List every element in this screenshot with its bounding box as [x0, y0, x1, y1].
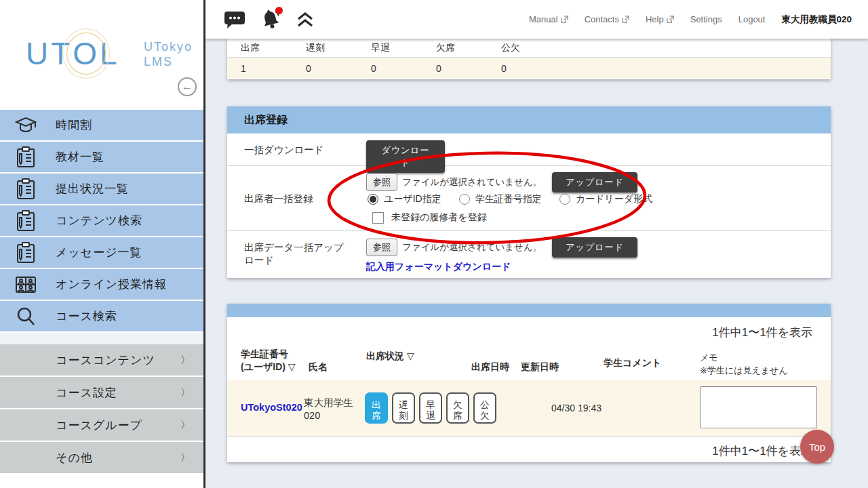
table-top-bar: [227, 304, 831, 317]
nav-manual-link[interactable]: Manual: [529, 14, 568, 24]
summary-value-row: 1 0 0 0 0: [227, 58, 831, 79]
column-header-memo: メモ ※学生には見えません: [700, 351, 788, 377]
section-title: 出席登録: [227, 106, 831, 134]
student-id-link[interactable]: UTokyoSt020: [241, 402, 302, 413]
graduation-cap-icon: [14, 113, 38, 138]
sidebar-item-label: その他: [56, 450, 93, 466]
header-line: メモ: [700, 351, 788, 364]
sidebar-item-others[interactable]: その他 〉: [0, 442, 203, 474]
external-link-icon: [667, 16, 674, 23]
summary-header-excused: 公欠: [488, 42, 553, 54]
column-header-name: 氏名: [309, 361, 328, 373]
sidebar-item-label: コースコンテンツ: [56, 352, 155, 368]
updated-at-value: 04/30 19:43: [529, 403, 624, 413]
chat-icon[interactable]: [224, 10, 245, 31]
column-header-attended-at: 出席日時: [471, 361, 509, 373]
data-bulk-upload-row: 出席データ一括アップロード 参照 ファイルが選択されていません。 アップロード …: [227, 231, 831, 277]
upload-button[interactable]: アップロード: [552, 237, 637, 258]
status-button-absent[interactable]: 欠席: [446, 392, 469, 424]
no-file-selected-text: ファイルが選択されていません。: [402, 176, 542, 188]
column-header-student-comment: 学生コメント: [604, 357, 661, 369]
logo-area: UTOL UTokyo LMS ←: [0, 0, 203, 110]
bulk-download-row: 一括ダウンロード ダウンロード: [227, 134, 831, 166]
summary-header-present: 出席: [227, 42, 292, 54]
bulk-download-label: 一括ダウンロード: [244, 143, 349, 156]
sidebar-item-timetable[interactable]: 時間割: [0, 110, 203, 142]
nav-logout-link[interactable]: Logout: [738, 14, 766, 24]
sidebar-item-course-contents[interactable]: コースコンテンツ 〉: [0, 344, 203, 377]
checkbox-icon: [372, 212, 384, 224]
summary-value-excused: 0: [488, 63, 553, 74]
data-bulk-upload-label: 出席データ一括アップロード: [244, 241, 349, 267]
nav-settings-link[interactable]: Settings: [690, 14, 722, 24]
summary-value-late: 0: [292, 63, 357, 74]
sidebar-item-course-group[interactable]: コースグループ 〉: [0, 409, 203, 442]
upload-button[interactable]: アップロード: [552, 172, 637, 192]
nav-help-link[interactable]: Help: [646, 14, 674, 24]
attendance-detail-table: 1件中1〜1件を表示 学生証番号 (ユーザID) ▽ 氏名 出席状況 ▽ 出席日…: [227, 304, 831, 462]
radio-label: ユーザID指定: [384, 193, 441, 205]
sidebar-item-label: 提出状況一覧: [56, 181, 129, 197]
register-unenrolled-checkbox[interactable]: 未登録の履修者を登録: [372, 211, 487, 224]
radio-card-reader[interactable]: カードリーダ形式: [559, 193, 652, 205]
nav-label: Settings: [690, 14, 722, 24]
status-button-present[interactable]: 出席: [365, 392, 388, 424]
sidebar-collapse-button[interactable]: ←: [178, 77, 197, 96]
column-header-status[interactable]: 出席状況 ▽: [366, 350, 414, 363]
sidebar-item-messages[interactable]: メッセージ一覧: [0, 237, 203, 269]
summary-header-absent: 欠席: [422, 42, 488, 54]
summary-value-early-leave: 0: [357, 63, 422, 74]
attendance-summary-table: 出席 遅刻 早退 欠席 公欠 1 0 0 0 0: [227, 39, 831, 79]
attendee-bulk-register-row: 出席者一括登録 参照 ファイルが選択されていません。 アップロード ユーザID指…: [227, 166, 831, 231]
online-class-icon: [14, 272, 38, 297]
status-button-label: 欠席: [452, 399, 463, 421]
external-link-icon: [622, 16, 629, 23]
sidebar-item-label: 教材一覧: [56, 149, 104, 165]
nav-label: Contacts: [585, 14, 619, 24]
topbar: Manual Contacts Help Settings Logout 東大用…: [205, 0, 868, 39]
clipboard-icon: [14, 177, 38, 201]
memo-textarea[interactable]: [700, 386, 817, 428]
attendance-register-section: 出席登録 一括ダウンロード ダウンロード 出席者一括登録 参照 ファイルが選択さ…: [227, 106, 831, 278]
scroll-to-top-button[interactable]: Top: [800, 430, 834, 464]
radio-user-id[interactable]: ユーザID指定: [368, 193, 441, 205]
radio-student-number[interactable]: 学生証番号指定: [459, 193, 542, 205]
notification-bell-icon[interactable]: [260, 9, 281, 33]
format-download-link[interactable]: 記入用フォーマットダウンロード: [366, 261, 511, 273]
radio-button-icon: [368, 194, 378, 205]
page-root: UTOL UTokyo LMS ← 時間割 教材一覧 提出状況一覧: [0, 0, 868, 488]
sidebar-item-label: コンテンツ検索: [56, 213, 142, 228]
result-count-top: 1件中1〜1件を表示: [712, 325, 812, 340]
sidebar-divider: [203, 0, 205, 488]
sidebar-item-course-settings[interactable]: コース設定 〉: [0, 377, 203, 409]
nav-contacts-link[interactable]: Contacts: [585, 14, 629, 24]
sidebar-item-materials[interactable]: 教材一覧: [0, 142, 203, 174]
status-button-label: 遅刻: [398, 399, 409, 421]
browse-file-button[interactable]: 参照: [366, 239, 397, 256]
clipboard-icon: [14, 209, 38, 233]
sidebar-item-course-search[interactable]: コース検索: [0, 301, 203, 333]
column-header-student-id[interactable]: 学生証番号 (ユーザID) ▽: [241, 348, 296, 373]
status-button-label: 出席: [371, 399, 382, 421]
table-header-area: 1件中1〜1件を表示 学生証番号 (ユーザID) ▽ 氏名 出席状況 ▽ 出席日…: [227, 317, 831, 380]
header-line: 学生証番号: [241, 348, 296, 361]
summary-header-late: 遅刻: [292, 42, 357, 54]
sidebar-item-content-search[interactable]: コンテンツ検索: [0, 205, 203, 237]
logo-o-ring: O: [73, 35, 100, 72]
status-button-early-leave[interactable]: 早退: [419, 392, 442, 424]
summary-value-absent: 0: [422, 63, 488, 74]
nav-label: Logout: [738, 14, 766, 24]
summary-header-early-leave: 早退: [357, 42, 422, 54]
summary-value-present: 1: [227, 63, 292, 74]
sidebar-item-submission-status[interactable]: 提出状況一覧: [0, 174, 203, 205]
sidebar-item-label: 時間割: [56, 117, 92, 133]
browse-file-button[interactable]: 参照: [366, 174, 397, 191]
logo-subtitle-line2: LMS: [144, 54, 193, 69]
status-button-excused[interactable]: 公欠: [473, 392, 496, 424]
header-line-note: ※学生には見えません: [700, 364, 788, 377]
table-footer: 1件中1〜1件を表示: [227, 436, 831, 462]
current-user-label: 東大用教職員020: [781, 14, 852, 26]
sidebar-item-online-class[interactable]: オンライン授業情報: [0, 269, 203, 301]
status-button-late[interactable]: 遅刻: [392, 392, 415, 424]
collapse-up-icon[interactable]: [296, 12, 314, 30]
